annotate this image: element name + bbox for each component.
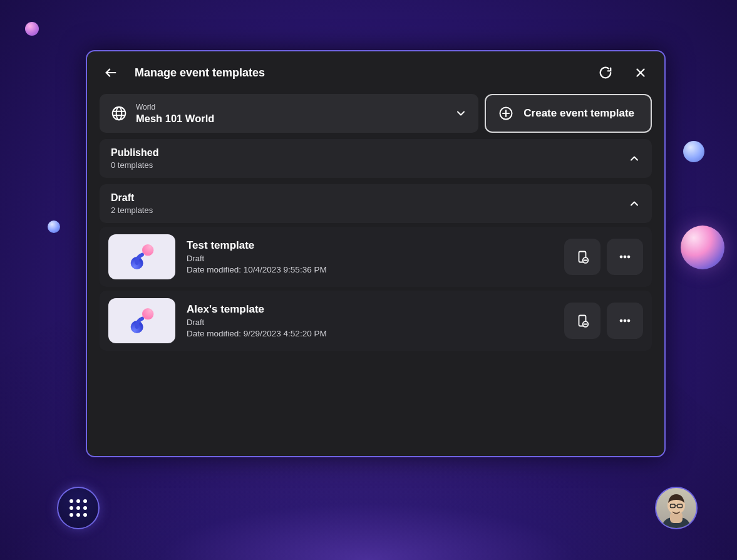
create-button-label: Create event template: [523, 107, 634, 120]
close-icon: [634, 66, 647, 80]
template-date-modified: Date modified: 10/4/2023 9:55:36 PM: [187, 265, 553, 274]
plus-circle-icon: [498, 106, 513, 121]
template-name: Alex's template: [187, 303, 553, 316]
panel-header: Manage event templates: [100, 51, 652, 94]
close-button[interactable]: [629, 61, 652, 84]
section-published[interactable]: Published 0 templates: [100, 139, 652, 178]
manage-templates-panel: Manage event templates World Mesh 101 Wo…: [86, 50, 666, 457]
svg-point-9: [627, 256, 630, 258]
chevron-up-icon: [628, 197, 641, 210]
background-orb: [683, 141, 704, 162]
toolbar-row: World Mesh 101 World Create event templa…: [100, 94, 652, 133]
globe-icon: [111, 105, 127, 122]
svg-point-1: [116, 107, 122, 120]
app-menu-button[interactable]: [57, 487, 100, 529]
refresh-icon: [599, 66, 612, 80]
chevron-up-icon: [628, 152, 641, 165]
template-actions: [564, 239, 643, 275]
template-info: Test template Draft Date modified: 10/4/…: [187, 239, 553, 274]
world-selector[interactable]: World Mesh 101 World: [100, 94, 478, 133]
template-thumbnail: [108, 234, 175, 279]
more-options-button[interactable]: [607, 303, 643, 339]
template-status: Draft: [187, 254, 553, 263]
template-actions: [564, 303, 643, 339]
svg-point-7: [620, 256, 622, 258]
more-horizontal-icon: [617, 313, 632, 328]
device-remove-icon: [575, 249, 590, 264]
panel-title: Manage event templates: [135, 66, 582, 80]
unpublish-button[interactable]: [564, 239, 600, 275]
template-thumbnail: [108, 298, 175, 343]
refresh-button[interactable]: [594, 61, 617, 84]
svg-point-10: [142, 308, 153, 319]
template-name: Test template: [187, 239, 553, 252]
svg-point-3: [142, 244, 153, 256]
user-avatar-button[interactable]: [655, 487, 698, 529]
more-options-button[interactable]: [607, 239, 643, 275]
mesh-logo-icon: [126, 305, 158, 336]
svg-point-8: [624, 256, 626, 258]
section-title: Draft: [111, 192, 153, 204]
svg-point-14: [620, 319, 622, 322]
svg-point-0: [113, 107, 126, 120]
create-event-template-button[interactable]: Create event template: [485, 94, 652, 133]
grid-icon: [70, 499, 87, 517]
background-orb: [681, 226, 724, 269]
section-subtitle: 0 templates: [111, 160, 158, 170]
section-title: Published: [111, 147, 158, 158]
template-row[interactable]: Test template Draft Date modified: 10/4/…: [100, 227, 652, 287]
background-orb: [25, 22, 39, 36]
section-subtitle: 2 templates: [111, 205, 153, 215]
world-selector-value: Mesh 101 World: [136, 113, 446, 125]
world-selector-text: World Mesh 101 World: [136, 103, 446, 125]
back-arrow-icon: [104, 66, 118, 80]
mesh-logo-icon: [126, 241, 158, 272]
svg-point-15: [624, 319, 626, 322]
avatar-icon: [657, 490, 695, 528]
background-orb: [48, 220, 60, 233]
section-draft[interactable]: Draft 2 templates: [100, 184, 652, 223]
unpublish-button[interactable]: [564, 303, 600, 339]
background-glow: [0, 460, 737, 560]
device-remove-icon: [575, 313, 590, 328]
template-status: Draft: [187, 318, 553, 327]
world-selector-label: World: [136, 103, 446, 111]
template-info: Alex's template Draft Date modified: 9/2…: [187, 303, 553, 338]
template-row[interactable]: Alex's template Draft Date modified: 9/2…: [100, 291, 652, 351]
svg-point-16: [627, 319, 630, 322]
back-button[interactable]: [100, 61, 122, 84]
chevron-down-icon: [455, 107, 467, 120]
more-horizontal-icon: [617, 249, 632, 264]
template-date-modified: Date modified: 9/29/2023 4:52:20 PM: [187, 329, 553, 338]
